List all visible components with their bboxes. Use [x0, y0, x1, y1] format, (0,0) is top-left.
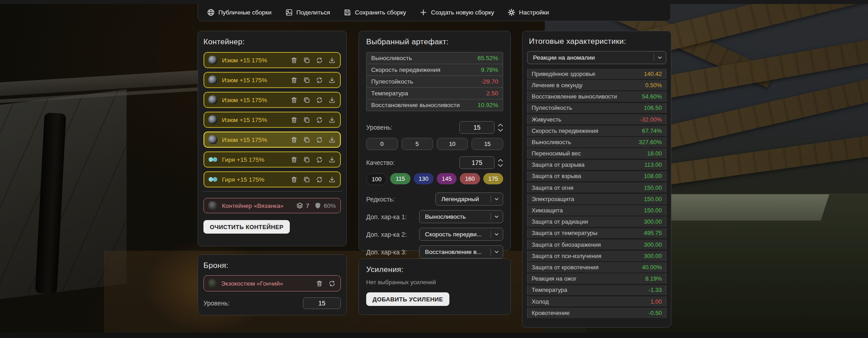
- extra-stat-1-select[interactable]: Выносливость: [419, 210, 503, 223]
- copy-icon[interactable]: [303, 116, 311, 124]
- artifact-item[interactable]: Гиря +15 175%: [203, 151, 341, 168]
- total-stat-row: Защита от кровотечения40.00%: [527, 262, 666, 272]
- extra-stat-3-select[interactable]: Восстановление в...: [419, 245, 503, 258]
- artifact-item[interactable]: Гиря +15 175%: [203, 171, 341, 188]
- level-preset-5[interactable]: 5: [401, 138, 433, 150]
- quality-preset-160[interactable]: 160: [460, 173, 480, 184]
- total-stat-value: 495.75: [644, 230, 662, 236]
- total-stat-value: -1.33: [648, 286, 662, 293]
- artifact-item[interactable]: Изюм +15 175%: [203, 112, 341, 128]
- quality-input[interactable]: [459, 156, 495, 169]
- quality-increment-button[interactable]: [498, 159, 503, 162]
- delete-icon[interactable]: [290, 136, 298, 144]
- stat-value: 10.92%: [477, 102, 498, 108]
- level-preset-10[interactable]: 10: [437, 138, 468, 150]
- container-item[interactable]: Контейнер «Вязанка» 7 60%: [203, 198, 341, 213]
- quality-preset-175[interactable]: 175: [483, 173, 503, 184]
- add-boost-button[interactable]: ДОБАВИТЬ УСИЛЕНИЕ: [366, 292, 449, 306]
- armor-level-label: Уровень:: [203, 300, 230, 307]
- totals-list: Приведённое здоровье140.42 Лечение в сек…: [527, 69, 666, 318]
- anomaly-reactions-select[interactable]: Реакции на аномалии: [527, 51, 666, 64]
- quality-preset-145[interactable]: 145: [437, 173, 457, 184]
- delete-icon[interactable]: [290, 116, 298, 124]
- artifact-item[interactable]: Изюм +15 175%: [203, 72, 341, 88]
- total-stat-value: 300.00: [644, 241, 662, 248]
- armor-level-input[interactable]: [303, 297, 341, 309]
- total-stat-row: Защита от пси-излучения300.00: [527, 251, 666, 261]
- total-stat-value: 1.00: [651, 298, 662, 305]
- level-preset-0[interactable]: 0: [366, 138, 398, 150]
- download-icon[interactable]: [328, 116, 336, 124]
- copy-icon[interactable]: [303, 136, 311, 144]
- copy-icon[interactable]: [303, 176, 311, 183]
- clear-container-button[interactable]: ОЧИСТИТЬ КОНТЕЙНЕР: [203, 220, 290, 234]
- gear-icon: [508, 9, 515, 16]
- sync-icon[interactable]: [316, 176, 323, 183]
- total-stat-value: 40.00%: [642, 264, 662, 271]
- total-stat-row: Живучесть-32.00%: [527, 114, 666, 125]
- stat-row: Пулестойкость -29.70: [367, 76, 503, 87]
- armor-item[interactable]: Экзокостюм «Гончий»: [203, 275, 341, 291]
- sync-icon[interactable]: [316, 96, 323, 104]
- total-stat-row: Переносимый вес18.00: [527, 148, 666, 159]
- sync-icon[interactable]: [316, 156, 323, 164]
- delete-icon[interactable]: [290, 176, 298, 183]
- download-icon[interactable]: [328, 136, 336, 144]
- menu-settings[interactable]: Настройки: [508, 9, 549, 16]
- copy-icon[interactable]: [303, 156, 311, 164]
- menu-new-build[interactable]: Создать новую сборку: [420, 9, 494, 16]
- rarity-select[interactable]: Легендарный: [435, 192, 503, 206]
- download-icon[interactable]: [328, 76, 336, 84]
- chevron-down-icon: [494, 249, 500, 255]
- artifact-girya-icon: [208, 175, 217, 184]
- quality-preset-130[interactable]: 130: [414, 173, 434, 184]
- quality-decrement-button[interactable]: [498, 164, 503, 167]
- sync-icon[interactable]: [316, 56, 323, 64]
- total-stat-row: Защита от разрыва113.00: [527, 160, 666, 170]
- total-stat-label: Приведённое здоровье: [532, 70, 595, 77]
- download-icon[interactable]: [328, 96, 336, 104]
- level-preset-15[interactable]: 15: [472, 138, 503, 150]
- quality-preset-115[interactable]: 115: [390, 173, 410, 184]
- extra-stat-2-select[interactable]: Скорость передви...: [419, 228, 503, 241]
- sync-icon[interactable]: [316, 76, 323, 84]
- total-stat-row: Выносливость327.60%: [527, 137, 666, 147]
- sync-icon[interactable]: [328, 280, 336, 287]
- level-increment-button[interactable]: [498, 123, 503, 127]
- bottom-strip: [0, 333, 868, 338]
- menu-public-builds[interactable]: Публичные сборки: [207, 9, 272, 16]
- armor-item-label: Экзокостюм «Гончий»: [221, 280, 316, 287]
- level-decrement-button[interactable]: [498, 128, 503, 132]
- delete-icon[interactable]: [290, 76, 298, 84]
- total-stat-value: 327.60%: [639, 139, 662, 146]
- sync-icon[interactable]: [316, 136, 323, 144]
- copy-icon[interactable]: [303, 96, 311, 104]
- artifact-item-selected[interactable]: Изюм +15 175%: [203, 131, 341, 148]
- download-icon[interactable]: [328, 176, 336, 183]
- extra-stat-1-value: Выносливость: [425, 213, 487, 220]
- stat-label: Выносливость: [371, 55, 412, 61]
- quality-preset-100[interactable]: 100: [366, 173, 387, 185]
- stat-label: Пулестойкость: [371, 78, 413, 85]
- artifact-izyum-icon: [208, 135, 217, 144]
- download-icon[interactable]: [328, 156, 336, 164]
- copy-icon[interactable]: [303, 76, 311, 84]
- total-stat-row: Холод1.00: [527, 296, 666, 307]
- delete-icon[interactable]: [290, 156, 298, 164]
- delete-icon[interactable]: [290, 56, 298, 64]
- artifact-item[interactable]: Изюм +15 175%: [203, 92, 341, 108]
- artifact-item-label: Изюм +15 175%: [222, 117, 290, 123]
- download-icon[interactable]: [328, 56, 336, 64]
- menu-share[interactable]: Поделиться: [285, 9, 330, 16]
- menu-save-build[interactable]: Сохранить сборку: [344, 9, 406, 16]
- delete-icon[interactable]: [316, 280, 323, 287]
- total-stat-value: 18.00: [647, 150, 662, 157]
- delete-icon[interactable]: [290, 96, 298, 104]
- boosts-panel-title: Усиления:: [366, 265, 503, 274]
- total-stat-value: 300.00: [644, 218, 662, 225]
- artifact-item-label: Гиря +15 175%: [222, 176, 290, 183]
- copy-icon[interactable]: [303, 56, 311, 64]
- sync-icon[interactable]: [316, 116, 323, 124]
- level-input[interactable]: [459, 121, 495, 134]
- artifact-item[interactable]: Изюм +15 175%: [203, 52, 341, 68]
